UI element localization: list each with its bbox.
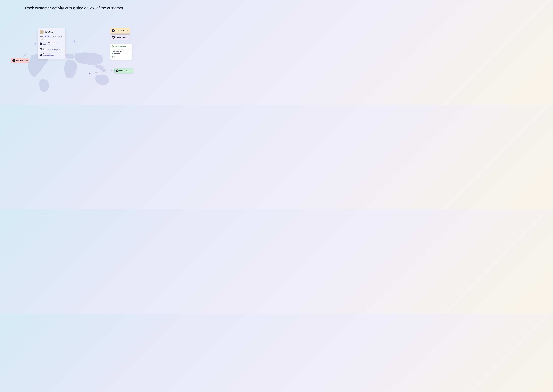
- tab-traits[interactable]: Traits: [45, 36, 50, 37]
- svg-point-11: [113, 30, 113, 31]
- auth-mfa-label: MFA via: [112, 56, 131, 57]
- notif-location-challenged: Location Challenged ×: [110, 28, 130, 34]
- auth-location-row: 📍 CURRENTLY IN GREENLAND: [112, 49, 131, 51]
- trait-session: Typical Session Near Auckland, NZ: [40, 53, 64, 57]
- blocked-close[interactable]: ×: [28, 58, 28, 60]
- trait-session-value: Near Auckland, NZ: [43, 55, 54, 56]
- auth-globe-icon: 🌐: [112, 53, 113, 54]
- notif-user-icon-2: [112, 36, 115, 39]
- approved-dollar-icon: $: [116, 70, 119, 72]
- trait-device-label: Device: [43, 48, 61, 49]
- map-pin-5: [89, 73, 90, 74]
- trait-session-label: Typical Session: [43, 53, 54, 55]
- blocked-label: Withdrawal Blocked: [16, 60, 28, 61]
- avatar: [40, 30, 44, 34]
- auth-ip-row: 🌐 103.66.126.234: [112, 53, 131, 54]
- dollar-icon: $: [40, 42, 42, 45]
- auth-ip-text: 103.66.126.234: [113, 53, 121, 54]
- svg-text:$: $: [41, 43, 41, 44]
- map-pin-4: [35, 43, 36, 44]
- auth-browser-row: 🖥 Firefox, Mac OS X: [112, 51, 131, 52]
- auth-header: Strongly Authenticated: [112, 45, 131, 49]
- svg-point-12: [113, 36, 113, 37]
- auth-monitor-icon: 🖥: [112, 51, 113, 52]
- auth-card: Strongly Authenticated 📍 CURRENTLY IN GR…: [110, 44, 132, 60]
- profile-header: Tom Cook: [40, 30, 64, 34]
- notif-close-1[interactable]: ×: [128, 29, 129, 30]
- svg-rect-7: [40, 49, 42, 49]
- svg-point-10: [41, 55, 41, 55]
- blocked-dollar-icon: $: [12, 59, 15, 62]
- tab-profile-api[interactable]: Profile API: [40, 38, 46, 40]
- trait-device-value: Chrome 99 on MacOS (Big Sur): [43, 49, 61, 51]
- main-scene: Tom Cook Events Traits Audiences Identit…: [0, 25, 148, 105]
- tab-audiences[interactable]: Audiences: [50, 36, 57, 37]
- notif-location-label: Location Challenged: [115, 30, 128, 31]
- map-pin-3: [74, 41, 75, 42]
- auth-mfa-value: SMS: [112, 57, 131, 58]
- auth-check-icon: [112, 45, 113, 48]
- profile-name: Tom Cook: [45, 31, 54, 33]
- notif-user-icon-1: [112, 29, 115, 32]
- notification-stack: Location Challenged × Customer Notified …: [110, 28, 130, 40]
- auth-badge-label: Strongly Authenticated: [114, 46, 127, 47]
- tab-identities[interactable]: Identities: [57, 36, 63, 37]
- tab-events[interactable]: Events: [40, 36, 44, 37]
- notif-customer-notified: Customer Notified ×: [110, 35, 130, 40]
- event-withdrawal-approved: $ Withdrawal Approved ×: [114, 69, 133, 73]
- approved-close[interactable]: ×: [132, 69, 132, 70]
- trait-device: Device Chrome 99 on MacOS (Big Sur): [40, 48, 64, 52]
- notif-customer-label: Customer Notified: [115, 36, 126, 38]
- approved-label: Withdrawal Approved: [119, 70, 132, 72]
- auth-pin-icon: 📍: [112, 49, 113, 51]
- profile-card: Tom Cook Events Traits Audiences Identit…: [38, 28, 65, 59]
- trait-withdrawal-label: Typical Withdrawal Amount: [43, 42, 57, 43]
- nav-tabs: Events Traits Audiences Identities Profi…: [40, 36, 64, 41]
- auth-location-text: CURRENTLY IN GREENLAND: [113, 49, 128, 51]
- svg-text:$: $: [14, 60, 14, 61]
- trait-withdrawal-value: $500 - $1000: [43, 44, 57, 45]
- auth-browser-text: Firefox, Mac OS X: [113, 51, 122, 52]
- event-withdrawal-blocked: $ Withdrawal Blocked ×: [11, 58, 29, 63]
- notif-close-2[interactable]: ×: [128, 35, 129, 36]
- monitor-icon: [40, 48, 42, 50]
- location-icon: [40, 54, 42, 56]
- page-title: Track customer activity with a single vi…: [0, 0, 148, 10]
- trait-withdrawal: $ Typical Withdrawal Amount $500 - $1000: [40, 42, 64, 46]
